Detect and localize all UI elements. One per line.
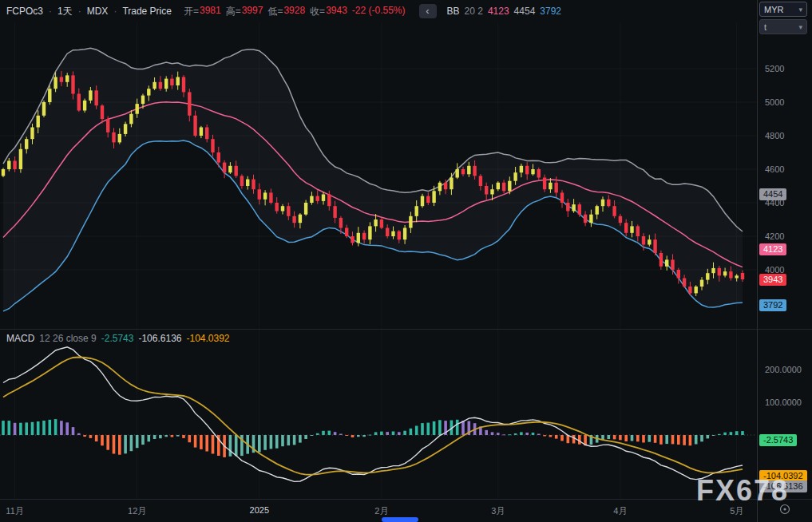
price-axis-divider xyxy=(757,0,758,522)
high-value: 3997 xyxy=(242,5,263,18)
price-axis-tick: 5200 xyxy=(765,64,784,73)
low-label: 低= xyxy=(267,5,283,18)
bb-name: BB xyxy=(447,6,460,17)
macd-hist-value: -2.5743 xyxy=(101,333,134,344)
open-value: 3981 xyxy=(200,5,221,18)
ohlc-readout: 开=3981 高=3997 低=3928 收=3943 -22 (-0.55%) xyxy=(184,5,406,18)
currency-value: MYR xyxy=(764,5,783,14)
macd-chart-canvas[interactable] xyxy=(0,329,758,499)
collapse-legend-button[interactable]: ‹ xyxy=(419,4,437,18)
time-axis-label: 11月 xyxy=(6,505,23,517)
bb-lower-value: 3792 xyxy=(540,6,561,17)
time-axis-label: 3月 xyxy=(491,505,505,517)
pane-divider[interactable] xyxy=(0,329,812,330)
chevron-down-icon: ▾ xyxy=(798,6,802,14)
time-axis-label: 5月 xyxy=(730,505,743,517)
last-price-badge: 3943 xyxy=(759,274,786,286)
bb-middle-badge: 4123 xyxy=(759,243,786,255)
macd-line-badge: -106.6136 xyxy=(759,480,807,492)
target-icon xyxy=(778,503,791,516)
macd-legend[interactable]: MACD 12 26 close 9 -2.5743 -106.6136 -10… xyxy=(6,333,230,344)
price-axis-tick: 4200 xyxy=(765,231,784,241)
time-axis[interactable]: 11月12月20252月3月4月5月 xyxy=(0,499,758,522)
low-value: 3928 xyxy=(283,5,305,18)
symbol-label: FCPOc3 xyxy=(6,6,43,17)
exchange-label: MDX xyxy=(87,6,109,17)
time-axis-label: 2025 xyxy=(250,505,269,515)
macd-params: 12 26 close 9 xyxy=(39,333,96,344)
price-chart-canvas[interactable] xyxy=(0,22,758,329)
open-label: 开= xyxy=(184,5,199,18)
macd-name: MACD xyxy=(6,333,34,344)
time-axis-label: 2月 xyxy=(374,505,388,517)
macd-signal-value: -104.0392 xyxy=(186,333,229,344)
change-value: -22 (-0.55%) xyxy=(352,5,406,18)
close-label: 收= xyxy=(310,5,325,18)
separator: · xyxy=(78,6,81,17)
bottom-accent-bar xyxy=(382,517,418,522)
time-axis-divider xyxy=(0,499,812,500)
high-label: 高= xyxy=(226,5,241,18)
macd-axis-tick: 100.0000 xyxy=(765,397,802,407)
bb-upper-value: 4454 xyxy=(514,6,536,17)
time-axis-label: 4月 xyxy=(613,505,627,517)
price-axis-tick: 4600 xyxy=(765,164,784,174)
price-axis-tick: 5000 xyxy=(765,97,784,107)
bollinger-legend[interactable]: BB 20 2 4123 4454 3792 xyxy=(447,6,561,17)
separator: · xyxy=(49,6,52,17)
unit-value: t xyxy=(764,22,766,32)
separator: · xyxy=(113,6,117,17)
price-axis-tick: 4800 xyxy=(765,131,784,140)
bb-lower-badge: 3792 xyxy=(759,299,786,311)
bb-params: 20 2 xyxy=(465,6,483,17)
time-axis-label: 12月 xyxy=(128,505,146,517)
interval-label: 1天 xyxy=(57,5,73,18)
macd-line-value: -106.6136 xyxy=(138,333,181,344)
bb-upper-badge: 4454 xyxy=(759,188,786,200)
bb-middle-value: 4123 xyxy=(488,6,509,17)
chart-legend-bar[interactable]: FCPOc3 · 1天 · MDX · Trade Price 开=3981 高… xyxy=(0,0,764,22)
unit-dropdown[interactable]: t ▾ xyxy=(759,19,807,34)
macd-hist-badge: -2.5743 xyxy=(759,434,797,446)
series-type-label: Trade Price xyxy=(122,6,172,17)
close-value: 3943 xyxy=(326,5,347,18)
trading-app: FCPOc3 · 1天 · MDX · Trade Price 开=3981 高… xyxy=(0,0,812,522)
chevron-down-icon: ▾ xyxy=(798,23,802,31)
macd-axis-tick: 200.0000 xyxy=(765,365,802,374)
scroll-to-realtime-icon[interactable] xyxy=(778,503,791,516)
currency-dropdown[interactable]: MYR ▾ xyxy=(759,2,807,17)
right-price-axis[interactable]: MYR ▾ t ▾ 5200500048004600440042004000 2… xyxy=(758,0,812,522)
